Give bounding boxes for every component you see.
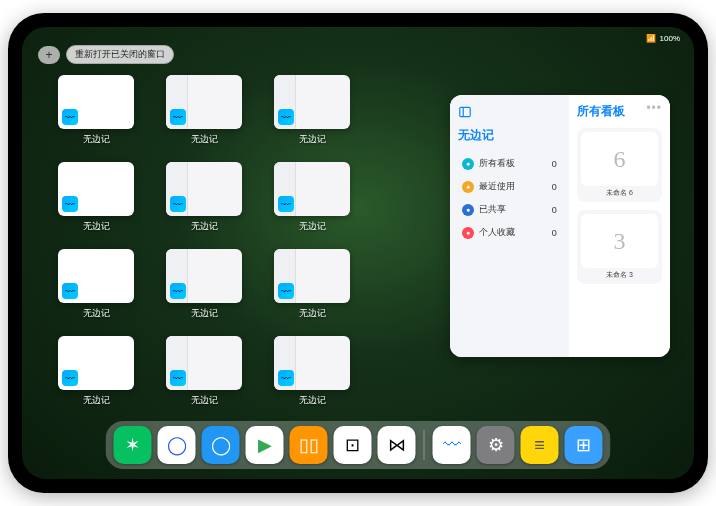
freeform-app-icon: 〰 — [170, 196, 186, 212]
sidebar-item[interactable]: ●所有看板0 — [458, 154, 561, 173]
freeform-app-icon: 〰 — [170, 109, 186, 125]
boards-list: 6未命名 63未命名 3 — [577, 128, 662, 284]
battery-label: 100% — [660, 34, 680, 43]
thumb-preview: 〰 — [58, 162, 134, 216]
window-thumb[interactable]: 〰 无边记 — [274, 75, 350, 146]
window-thumb[interactable]: 〰 无边记 — [166, 249, 242, 320]
freeform-app-icon: 〰 — [170, 370, 186, 386]
thumb-label: 无边记 — [191, 220, 218, 233]
freeform-app-icon: 〰 — [62, 283, 78, 299]
reopen-closed-window-button[interactable]: 重新打开已关闭的窗口 — [66, 45, 174, 64]
thumb-label: 无边记 — [299, 394, 326, 407]
sidebar-item-label: 已共享 — [479, 203, 506, 216]
more-icon[interactable]: ••• — [646, 101, 662, 115]
thumb-label: 无边记 — [83, 307, 110, 320]
sidebar-item-label: 所有看板 — [479, 157, 515, 170]
freeform-app-icon[interactable]: 〰 — [433, 426, 471, 464]
window-thumb[interactable]: 〰 无边记 — [274, 162, 350, 233]
window-thumb[interactable]: 〰 无边记 — [58, 249, 134, 320]
board-card[interactable]: 3未命名 3 — [577, 210, 662, 284]
thumb-label: 无边记 — [299, 220, 326, 233]
thumb-label: 无边记 — [191, 307, 218, 320]
window-thumb[interactable]: 〰 无边记 — [166, 75, 242, 146]
freeform-app-icon: 〰 — [62, 370, 78, 386]
board-label: 未命名 6 — [606, 188, 633, 198]
window-thumb[interactable]: 〰 无边记 — [274, 249, 350, 320]
sidebar-item[interactable]: ●个人收藏0 — [458, 223, 561, 242]
thumb-label: 无边记 — [83, 394, 110, 407]
freeform-app-icon: 〰 — [278, 196, 294, 212]
wifi-icon: 📶 — [646, 34, 656, 43]
qqbrowser-app-icon[interactable]: ◯ — [202, 426, 240, 464]
thumb-preview: 〰 — [274, 75, 350, 129]
books-app-icon[interactable]: ▯▯ — [290, 426, 328, 464]
apps-app-icon[interactable]: ⊞ — [565, 426, 603, 464]
sidebar-icon — [458, 105, 472, 119]
status-bar: 📶 100% — [22, 31, 694, 45]
window-thumb[interactable]: 〰 无边记 — [58, 336, 134, 407]
settings-app-icon[interactable]: ⚙ — [477, 426, 515, 464]
play-app-icon[interactable]: ▶ — [246, 426, 284, 464]
board-label: 未命名 3 — [606, 270, 633, 280]
thumb-preview: 〰 — [166, 162, 242, 216]
freeform-panel: ••• 无边记 ●所有看板0●最近使用0●已共享0●个人收藏0 所有看板 6未命… — [450, 95, 670, 357]
sidebar-list: ●所有看板0●最近使用0●已共享0●个人收藏0 — [458, 154, 561, 242]
window-thumb[interactable]: 〰 无边记 — [58, 75, 134, 146]
notes-app-icon[interactable]: ≡ — [521, 426, 559, 464]
sidebar-item-count: 0 — [552, 228, 557, 238]
new-window-button[interactable]: + — [38, 46, 60, 64]
freeform-app-icon: 〰 — [62, 109, 78, 125]
connect-app-icon[interactable]: ⋈ — [378, 426, 416, 464]
freeform-app-icon: 〰 — [170, 283, 186, 299]
share-icon: ● — [462, 204, 474, 216]
thumb-preview: 〰 — [58, 75, 134, 129]
board-thumb: 6 — [581, 132, 658, 186]
thumb-preview: 〰 — [166, 336, 242, 390]
freeform-app-icon: 〰 — [278, 283, 294, 299]
svg-rect-0 — [460, 107, 471, 116]
wechat-app-icon[interactable]: ✶ — [114, 426, 152, 464]
sidebar-item-count: 0 — [552, 159, 557, 169]
thumb-preview: 〰 — [274, 336, 350, 390]
thumb-label: 无边记 — [83, 133, 110, 146]
top-controls: + 重新打开已关闭的窗口 — [38, 45, 174, 64]
board-card[interactable]: 6未命名 6 — [577, 128, 662, 202]
window-thumb[interactable]: 〰 无边记 — [166, 162, 242, 233]
sidebar-item[interactable]: ●最近使用0 — [458, 177, 561, 196]
freeform-app-icon: 〰 — [278, 370, 294, 386]
thumb-label: 无边记 — [191, 394, 218, 407]
thumb-preview: 〰 — [166, 249, 242, 303]
dice-app-icon[interactable]: ⊡ — [334, 426, 372, 464]
window-thumb[interactable]: 〰 无边记 — [274, 336, 350, 407]
thumb-label: 无边记 — [299, 133, 326, 146]
ipad-device: 📶 100% + 重新打开已关闭的窗口 〰 无边记 〰 无边记 〰 无边记 〰 … — [8, 13, 708, 493]
thumb-preview: 〰 — [274, 249, 350, 303]
thumb-preview: 〰 — [58, 336, 134, 390]
clock-icon: ● — [462, 181, 474, 193]
sidebar-item-count: 0 — [552, 182, 557, 192]
grid-icon: ● — [462, 158, 474, 170]
screen: 📶 100% + 重新打开已关闭的窗口 〰 无边记 〰 无边记 〰 无边记 〰 … — [22, 27, 694, 479]
freeform-app-icon: 〰 — [62, 196, 78, 212]
panel-sidebar: 无边记 ●所有看板0●最近使用0●已共享0●个人收藏0 — [450, 95, 569, 357]
thumb-preview: 〰 — [166, 75, 242, 129]
dock-separator — [424, 430, 425, 460]
thumb-label: 无边记 — [83, 220, 110, 233]
thumb-preview: 〰 — [274, 162, 350, 216]
thumb-preview: 〰 — [58, 249, 134, 303]
sidebar-item-label: 个人收藏 — [479, 226, 515, 239]
thumb-label: 无边记 — [299, 307, 326, 320]
quark-app-icon[interactable]: ◯ — [158, 426, 196, 464]
heart-icon: ● — [462, 227, 474, 239]
panel-left-title: 无边记 — [458, 127, 561, 144]
board-thumb: 3 — [581, 214, 658, 268]
panel-content: 所有看板 6未命名 63未命名 3 — [569, 95, 670, 357]
thumb-label: 无边记 — [191, 133, 218, 146]
sidebar-item[interactable]: ●已共享0 — [458, 200, 561, 219]
dock: ✶◯◯▶▯▯⊡⋈〰⚙≡⊞ — [106, 421, 611, 469]
window-grid: 〰 无边记 〰 无边记 〰 无边记 〰 无边记 〰 无边记 〰 无边记 〰 无边… — [58, 75, 418, 407]
sidebar-item-label: 最近使用 — [479, 180, 515, 193]
freeform-app-icon: 〰 — [278, 109, 294, 125]
window-thumb[interactable]: 〰 无边记 — [166, 336, 242, 407]
window-thumb[interactable]: 〰 无边记 — [58, 162, 134, 233]
